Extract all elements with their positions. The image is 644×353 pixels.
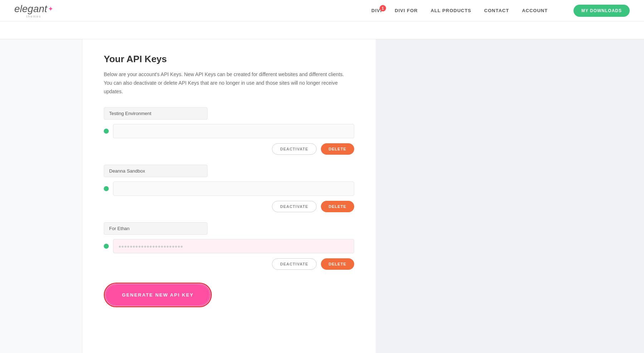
logo-text: elegant: [14, 3, 47, 15]
nav-account[interactable]: ACCOUNT: [522, 8, 548, 13]
api-key-actions-1: DEACTIVATE DELETE: [104, 143, 354, 155]
api-key-name-2[interactable]: [104, 165, 208, 177]
main-content: Your API Keys Below are your account's A…: [82, 39, 376, 353]
generate-wrapper: GENERATE NEW API KEY: [104, 283, 354, 307]
nav-contact[interactable]: CONTACT: [484, 8, 509, 13]
api-key-actions-2: DEACTIVATE DELETE: [104, 201, 354, 212]
logo: elegant ✦ themes: [14, 3, 53, 18]
api-key-field-3[interactable]: [113, 239, 354, 253]
sidebar: [0, 39, 82, 353]
api-key-name-3[interactable]: [104, 222, 208, 235]
logo-sub: themes: [26, 15, 42, 18]
api-key-row-1: [104, 124, 354, 138]
nav-divi-for[interactable]: DIVI FOR: [395, 8, 418, 13]
delete-button-1[interactable]: DELETE: [321, 143, 354, 155]
api-key-entry-1: DEACTIVATE DELETE: [104, 107, 354, 155]
status-dot-3: [104, 244, 109, 249]
delete-button-3[interactable]: DELETE: [321, 258, 354, 270]
deactivate-button-3[interactable]: DEACTIVATE: [272, 258, 317, 270]
nav-links: DIVI 1 DIVI FOR ALL PRODUCTS CONTACT ACC…: [371, 5, 630, 17]
page-description: Below are your account's API Keys. New A…: [104, 70, 347, 96]
api-key-entry-3: DEACTIVATE DELETE: [104, 222, 354, 270]
api-key-field-1[interactable]: [113, 124, 354, 138]
divi-badge: 1: [380, 5, 386, 11]
page-layout: Your API Keys Below are your account's A…: [0, 39, 644, 353]
api-key-field-2[interactable]: [113, 182, 354, 196]
api-key-entry-2: DEACTIVATE DELETE: [104, 165, 354, 212]
generate-btn-outer: GENERATE NEW API KEY: [104, 283, 212, 307]
api-key-row-3: [104, 239, 354, 253]
status-dot-2: [104, 186, 109, 191]
page-title: Your API Keys: [104, 54, 354, 65]
nav-all-products[interactable]: ALL PRODUCTS: [431, 8, 472, 13]
my-downloads-button[interactable]: MY DOWNLOADS: [574, 5, 630, 17]
api-key-row-2: [104, 182, 354, 196]
status-dot-1: [104, 129, 109, 134]
api-key-name-1[interactable]: [104, 107, 208, 120]
navbar: elegant ✦ themes DIVI 1 DIVI FOR ALL PRO…: [0, 0, 644, 21]
logo-star-icon: ✦: [48, 5, 53, 13]
top-bar: [0, 21, 644, 39]
nav-divi[interactable]: DIVI 1: [371, 8, 382, 13]
deactivate-button-1[interactable]: DEACTIVATE: [272, 143, 317, 155]
delete-button-2[interactable]: DELETE: [321, 201, 354, 212]
generate-api-key-button[interactable]: GENERATE NEW API KEY: [106, 285, 209, 305]
deactivate-button-2[interactable]: DEACTIVATE: [272, 201, 317, 212]
api-key-actions-3: DEACTIVATE DELETE: [104, 258, 354, 270]
